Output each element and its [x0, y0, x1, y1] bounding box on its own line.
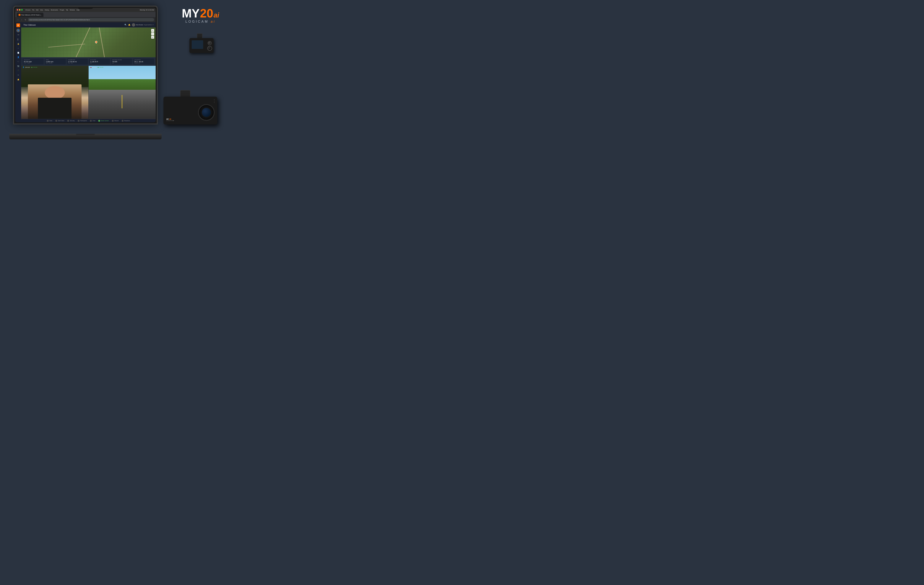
zoom-reactions[interactable]: Reactions [122, 120, 130, 122]
logo-main: MY 20 ai [182, 7, 219, 19]
zoom-mute[interactable]: Mute [47, 120, 52, 122]
laptop-hinge [76, 134, 95, 135]
maximize-button[interactable] [21, 9, 23, 11]
stat-velocity-label: VELOCITY [24, 59, 43, 60]
stat-rpm-value: 2,089 rpm [46, 61, 64, 63]
zoom-participants[interactable]: Participants [78, 120, 87, 122]
tab-label: Thor Odinson | MY20 Tower |... [21, 14, 41, 16]
window-controls [17, 9, 23, 11]
laptop-base [9, 134, 162, 139]
app-content: K 👤 🗺 ▌ 🔒 ↗ 📄 👤 🛡 📷 📱 ⚙ 🔔 [15, 22, 156, 122]
map-controls: + − ⤢ [151, 29, 154, 39]
address-bar[interactable]: tower.konexial.com/drivers/61186?driverT… [28, 18, 154, 21]
stat-rpm-sub: 422 · 25.31% [46, 63, 64, 64]
chat-icon [90, 120, 92, 122]
reload-button[interactable]: ↻ [24, 18, 27, 21]
sidebar-icon-lock[interactable]: 🔒 [16, 42, 20, 46]
menu-file[interactable]: File [32, 9, 35, 11]
browser-tab[interactable]: Thor Odinson | MY20 Tower |... [17, 13, 43, 17]
road-label-text: ROAD [92, 67, 96, 68]
user-info: Ken Evans Superadmin ▾ [132, 23, 153, 26]
reactions-label: Reactions [124, 120, 130, 121]
stat-odometer-sub: 0.01 · 0% [68, 63, 87, 64]
menu-window[interactable]: Window [70, 9, 75, 11]
topbar-icons: 🔍 🔔 Ken Evans Superadmin ▾ [124, 23, 153, 26]
stat-engine-sub: 0% [112, 63, 131, 64]
road-car-icon: 🚗 [90, 66, 92, 68]
user-name: Ken Evans [136, 24, 143, 26]
menu-tab[interactable]: Tab [66, 9, 68, 11]
tab-favicon [18, 14, 20, 16]
detail-dot-3 [214, 102, 215, 103]
sidebar-icon-alert[interactable]: 🔔 [16, 78, 20, 81]
chat-label: Chat [92, 120, 95, 121]
reactions-icon [122, 120, 124, 122]
notification-icon[interactable]: 🔔 [128, 24, 130, 26]
map-zoom-in[interactable]: + [151, 29, 154, 32]
driver-camera-label: 👤 DRIVER ONLINE [23, 66, 37, 68]
stat-altitude-value: 1,138.45 ft [90, 61, 109, 63]
product-logo-area: MY 20 ai LOGICAM ai [182, 7, 219, 23]
menu-chrome[interactable]: Chrome [25, 9, 30, 11]
search-icon[interactable]: 🔍 [124, 24, 127, 26]
sidebar-icon-person[interactable]: 👤 [16, 55, 20, 59]
stat-engine-label: ENGINE HOURS [112, 59, 131, 60]
sidebar-icon-settings[interactable]: ⚙ [16, 73, 20, 77]
sidebar-icon-instagram[interactable]: 📱 [16, 69, 20, 73]
driver-person-icon: 👤 [23, 66, 24, 68]
map-container[interactable]: + − ⤢ [21, 28, 156, 57]
zoom-video[interactable]: Start Video [55, 120, 64, 122]
laptop-screen: Chrome File Edit View History Bookmarks … [15, 8, 156, 122]
menu-help[interactable]: Help [76, 9, 79, 11]
menu-view[interactable]: View [40, 9, 43, 11]
mac-clock: Wed Apr 28 10:49 AM [140, 9, 154, 11]
back-button[interactable]: ‹ [17, 18, 19, 21]
minimize-button[interactable] [19, 9, 20, 11]
map-zoom-out[interactable]: − [151, 32, 154, 35]
menu-edit[interactable]: Edit [36, 9, 38, 11]
small-dashcam [188, 33, 215, 56]
zoom-chat[interactable]: Chat [90, 120, 95, 122]
sidebar-icon-share[interactable]: ↗ [16, 46, 20, 50]
laptop-body: Chrome File Edit View History Bookmarks … [13, 6, 158, 124]
logicam-text: LOGICAM [185, 20, 209, 23]
sidebar-icon-bar[interactable]: ▌ [16, 38, 20, 41]
sidebar-icon-map[interactable]: 🗺 [16, 33, 20, 37]
menu-people[interactable]: People [59, 9, 64, 11]
stat-rpm-label: RPM [46, 59, 64, 60]
driver-video-feed [21, 66, 88, 119]
road-camera-label: 🚗 ROAD ONLINE [90, 66, 104, 68]
zoom-share[interactable]: Share Screen [98, 120, 109, 122]
stat-velocity-sub: 1.24 · 7.82% [24, 63, 43, 64]
close-button[interactable] [17, 9, 18, 11]
forward-button[interactable]: › [20, 18, 23, 21]
menu-history[interactable]: History [45, 9, 49, 11]
map-marker [95, 41, 98, 44]
stat-altitude: ALTITUDE 1,138.45 ft 0% [89, 58, 110, 64]
road-camera: 🚗 ROAD ONLINE [88, 66, 156, 119]
menu-bookmarks[interactable]: Bookmarks [51, 9, 58, 11]
logicam-ai-text: ai [211, 20, 215, 23]
map-fullscreen[interactable]: ⤢ [151, 36, 154, 39]
sidebar-icon-camera[interactable]: 📷 [16, 64, 20, 68]
cam-body [190, 38, 214, 53]
user-dropdown-icon[interactable]: ▾ [153, 24, 153, 26]
zoom-record[interactable]: Record [112, 120, 119, 122]
zoom-security[interactable]: Security [67, 120, 74, 122]
cam-logo-brand: LOGICAM [167, 120, 174, 121]
stat-odometer: ODOMETER 2,719.96 mi 0.01 · 0% [67, 58, 88, 64]
sidebar-icon-doc[interactable]: 📄 [16, 51, 20, 55]
sidebar-logo[interactable]: K [16, 23, 20, 27]
sidebar-icon-shield[interactable]: 🛡 [16, 60, 20, 64]
driver-label-text: DRIVER [25, 67, 30, 68]
chrome-tabbar: Thor Odinson | MY20 Tower |... [15, 12, 156, 17]
road-online-dot [98, 67, 99, 68]
mute-label: Mute [50, 120, 52, 121]
share-icon [98, 120, 100, 122]
cam-logo-20: 20 [169, 118, 171, 120]
cam-lens-1 [208, 41, 212, 45]
sidebar-driver-avatar[interactable]: 👤 [16, 29, 20, 32]
logo-20: 20 [200, 7, 213, 19]
large-cam-lens-housing [198, 104, 215, 121]
main-area: Thor Odinson 🔍 🔔 Ken Evans Superadmin ▾ [21, 22, 156, 122]
